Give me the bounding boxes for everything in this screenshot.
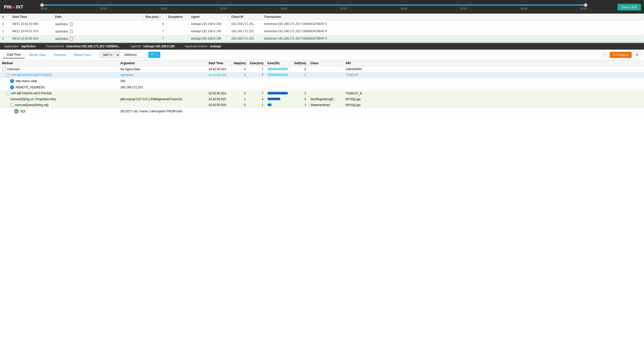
logo-dot: ●: [12, 4, 15, 10]
row-argument: /api/todos: [118, 72, 206, 78]
timeline-label-6: 10:42: [400, 7, 407, 10]
cell-res: 7: [144, 35, 166, 42]
row-argument: 200: [118, 78, 206, 84]
col-header-clientip: Client IP: [229, 14, 262, 20]
method-label: REMOTE_ADDRESS: [16, 86, 45, 89]
row-api: [344, 86, 644, 88]
row-self: 1: [291, 102, 308, 108]
call-tree-row[interactable]: connect(String url, Properties info) jdb…: [0, 96, 644, 102]
cell-clientip: 192.168.171.251: [229, 20, 262, 28]
tab-mixed-view[interactable]: Mixed View: [70, 51, 95, 58]
filter-input[interactable]: [122, 52, 147, 58]
tab-call-tree[interactable]: Call Tree: [3, 51, 25, 58]
col-header-exception: Exception: [166, 14, 189, 20]
cell-starttime: 08/13 10:42:05 924: [10, 35, 53, 42]
expand-icon[interactable]: -: [10, 103, 14, 107]
row-method: - API-METADATA-NOT-FOUND: [0, 91, 118, 96]
row-argument: [118, 104, 206, 106]
table-row[interactable]: 1 08/13 10:43:01 074 /api/todos 📋 7 todo…: [0, 28, 644, 35]
expand-icon[interactable]: -: [6, 92, 10, 95]
row-gap: 1: [232, 96, 248, 102]
download-icon: ↓: [156, 53, 158, 57]
expand-icon[interactable]: -: [2, 67, 6, 71]
row-exec: 1: [248, 102, 266, 108]
filter-select[interactable]: Self >= Total >= Self <= Total <=: [100, 52, 120, 58]
info-transaction: TransactionId : todoshow-192.168.171.251…: [46, 45, 120, 48]
row-gap: 0: [232, 91, 248, 96]
help-button[interactable]: ?: [601, 52, 608, 58]
row-gap: [232, 80, 248, 82]
cell-exception: [166, 35, 189, 42]
row-api: TOMCAT_N: [344, 91, 644, 96]
info-appname: ApplicationName : todoapi: [185, 45, 221, 48]
table-row[interactable]: 3 08/13 10:42:03 945 /api/todos 📋 8 todo…: [0, 20, 644, 28]
timeline-handle-right[interactable]: [584, 3, 587, 7]
expand-icon[interactable]: -: [6, 73, 10, 77]
row-exec: 7: [248, 91, 266, 96]
timeline-track: [40, 5, 587, 6]
table-header-row: # Start Time Path Res.(ms) ↓ Exception A…: [0, 14, 644, 20]
tab-timeline[interactable]: Timeline: [50, 51, 70, 58]
cell-clientip: 192.168.171.251: [229, 35, 262, 42]
filter-area: Self >= Total >= Self <= Total <= 🔍 ↓: [100, 52, 160, 58]
row-self: [291, 110, 308, 112]
table-row[interactable]: 2 08/13 10:42:05 924 /api/todos 📋 7 todo…: [0, 35, 644, 42]
call-tree-row[interactable]: - API-METADATA-NOT-FOUND 10:42:05 924 0 …: [0, 91, 644, 96]
method-label: Unknown: [7, 67, 20, 71]
row-execpct: [266, 86, 291, 88]
refresh-button[interactable]: ↻: [634, 51, 641, 58]
row-starttime: 10:42:05 925: [206, 96, 232, 102]
method-label: connect(String url, Properties info): [10, 97, 56, 101]
row-gap: 0: [232, 72, 248, 78]
timeline-label-0: 10:41: [40, 7, 47, 10]
tab-right-area: ? ☰ Progress ↻: [601, 51, 641, 58]
call-tree-row[interactable]: - executeQuery(String sql) 10:42:05 929 …: [0, 102, 644, 108]
row-gap: [232, 86, 248, 88]
timeline-label-5: 10:42: [340, 7, 347, 10]
row-gap: 0: [232, 66, 248, 72]
col-header-agent: Agent: [189, 14, 229, 20]
cell-path: /api/todos 📋: [53, 28, 144, 35]
call-tree-row[interactable]: - Unknown No Agent Data 10:42:05 924 0 7…: [0, 66, 644, 72]
row-exec: [248, 110, 266, 112]
row-argument: 192.168.171.251: [118, 85, 206, 90]
tab-server-map[interactable]: Server Map: [25, 51, 50, 58]
row-argument: SELECT t.id, t.name, t.description FROM …: [118, 109, 206, 114]
timeline-handle-left[interactable]: [40, 3, 44, 7]
call-tree-row[interactable]: i REMOTE_ADDRESS 192.168.171.251: [0, 84, 644, 91]
col-header-class: Class: [308, 60, 344, 66]
row-argument: [118, 92, 206, 94]
row-method: SQL SQL: [0, 108, 118, 115]
row-execpct: [266, 102, 291, 108]
col-header-gap: Gap(ms): [232, 60, 248, 66]
call-tree-row[interactable]: - API-METADATA-NOT-FOUND /api/todos 10:4…: [0, 72, 644, 78]
col-header-starttime: Start Time: [10, 14, 53, 20]
timeline-label-9: 10:43: [580, 7, 587, 10]
cell-exception: [166, 20, 189, 28]
timeline-area[interactable]: 10:41 10:42 10:42 10:42 10:42 10:42 10:4…: [40, 2, 618, 13]
row-execpct: [266, 80, 291, 82]
search-button[interactable]: 🔍 ↓: [148, 52, 160, 58]
row-api: MYSQL(ge: [344, 102, 644, 108]
col-header-execpct: Exec(%): [266, 60, 291, 66]
progress-icon: ☰: [613, 53, 616, 57]
row-execpct: [266, 91, 291, 96]
timeline-label-2: 10:42: [160, 7, 167, 10]
exec-bar: [268, 98, 280, 100]
row-api: [344, 80, 644, 82]
row-starttime: 10:42:05 924: [206, 66, 232, 72]
done-button[interactable]: Done (3/3): [618, 4, 641, 11]
cell-agent: todoapi-192.168.9.190: [189, 35, 229, 42]
call-tree-row[interactable]: i http.status.code 200: [0, 78, 644, 84]
call-tree-rows: - Unknown No Agent Data 10:42:05 924 0 7…: [0, 66, 644, 115]
info-agent: AgentId : todoapi-192.168.9.190: [130, 45, 174, 48]
row-execpct: [266, 110, 291, 112]
progress-button[interactable]: ☰ Progress: [610, 52, 632, 58]
call-tree-row[interactable]: SQL SQL SELECT t.id, t.name, t.descripti…: [0, 108, 644, 115]
row-api: [344, 110, 644, 112]
exec-bar: [268, 74, 288, 76]
cell-transaction: todoshow-192.168.171.251^1565663478845^2: [262, 20, 644, 28]
timeline-labels: 10:41 10:42 10:42 10:42 10:42 10:42 10:4…: [40, 7, 587, 10]
method-label: API-METADATA-NOT-FOUND: [11, 92, 52, 95]
exec-bar: [268, 103, 271, 106]
